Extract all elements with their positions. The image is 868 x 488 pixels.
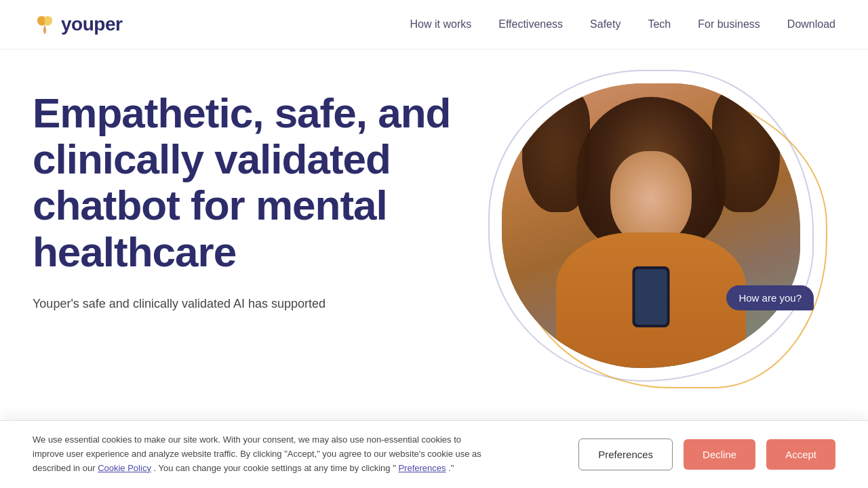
navbar: youper How it works Effectiveness Safety… [0, 0, 868, 49]
nav-item-tech[interactable]: Tech [648, 18, 671, 30]
hero-right: How are you? [467, 77, 835, 375]
cookie-buttons: Preferences Decline Accept [578, 439, 835, 470]
youper-logo-icon [33, 12, 57, 37]
cookie-policy-link[interactable]: Cookie Policy [98, 463, 151, 473]
hero-title: Empathetic, safe, and clinically validat… [33, 90, 467, 275]
face [610, 151, 692, 246]
cookie-text: We use essential cookies to make our sit… [33, 433, 494, 475]
nav-link-how-it-works[interactable]: How it works [410, 18, 472, 30]
nav-item-safety[interactable]: Safety [590, 18, 620, 30]
hero-image-container: How are you? [495, 77, 807, 375]
chat-bubble: How are you? [726, 285, 814, 310]
nav-link-safety[interactable]: Safety [590, 18, 620, 30]
nav-link-download[interactable]: Download [787, 18, 835, 30]
nav-link-effectiveness[interactable]: Effectiveness [498, 18, 563, 30]
nav-item-effectiveness[interactable]: Effectiveness [498, 18, 563, 30]
hair-left [522, 90, 590, 212]
accept-button[interactable]: Accept [766, 439, 835, 470]
preferences-button[interactable]: Preferences [578, 439, 673, 470]
logo-text: youper [61, 14, 122, 35]
cookie-banner: We use essential cookies to make our sit… [0, 420, 868, 488]
hair-right [712, 90, 780, 212]
nav-link-tech[interactable]: Tech [648, 18, 671, 30]
cookie-preferences-link[interactable]: Preferences [398, 463, 446, 473]
decline-button[interactable]: Decline [684, 439, 755, 470]
hero-subtitle: Youper's safe and clinically validated A… [33, 294, 426, 314]
nav-item-download[interactable]: Download [787, 18, 835, 30]
cookie-text-after: . You can change your cookie settings at… [154, 463, 396, 473]
phone [633, 266, 670, 327]
nav-link-for-business[interactable]: For business [698, 18, 760, 30]
nav-item-how-it-works[interactable]: How it works [410, 18, 472, 30]
logo[interactable]: youper [33, 12, 122, 37]
hero-left: Empathetic, safe, and clinically validat… [33, 77, 467, 314]
hero-photo [502, 83, 800, 368]
main-content: Empathetic, safe, and clinically validat… [0, 49, 868, 402]
person-figure [502, 83, 800, 368]
cookie-text-end: ." [448, 463, 454, 473]
nav-links: How it works Effectiveness Safety Tech F… [410, 18, 835, 30]
nav-item-for-business[interactable]: For business [698, 18, 760, 30]
